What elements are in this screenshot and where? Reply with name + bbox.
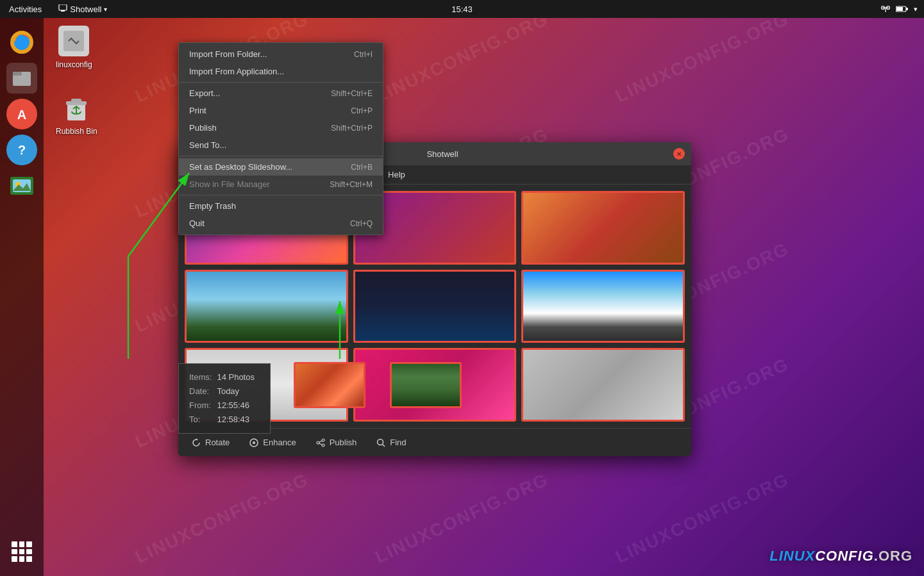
info-date-label: Date: <box>189 384 217 399</box>
desktop-icon-linuxconfig[interactable]: linuxconfig <box>56 24 92 69</box>
photo-thumb-extra-1[interactable] <box>294 362 365 408</box>
desktop-icon-rubbish-bin[interactable]: Rubbish Bin <box>56 91 97 136</box>
menu-separator-3 <box>179 195 383 195</box>
show-applications-button[interactable] <box>6 536 37 567</box>
info-to-value: 12:58:43 <box>217 413 260 427</box>
svg-rect-11 <box>906 8 908 10</box>
publish-button[interactable]: Publish <box>315 438 357 448</box>
menu-publish[interactable]: Publish Shift+Ctrl+P <box>179 119 383 136</box>
find-button[interactable]: Find <box>376 438 406 448</box>
rubbish-bin-label: Rubbish Bin <box>56 127 97 136</box>
svg-point-6 <box>887 7 889 8</box>
svg-rect-1 <box>61 10 65 12</box>
menu-print[interactable]: Print Ctrl+P <box>179 102 383 119</box>
photo-thumb-3[interactable] <box>521 191 685 265</box>
menu-import-folder[interactable]: Import From Folder... Ctrl+I <box>179 45 383 63</box>
linuxconfig-icon <box>57 24 90 58</box>
svg-text:?: ? <box>18 143 26 157</box>
dock-item-appstore[interactable]: A <box>6 99 37 129</box>
svg-line-37 <box>383 444 385 447</box>
photo-thumb-6[interactable] <box>521 270 685 343</box>
topbar-right-area: ▾ <box>880 5 924 13</box>
brand-org: .ORG <box>874 548 912 564</box>
system-clock: 15:43 <box>451 4 473 14</box>
window-close-button[interactable]: ✕ <box>673 148 685 160</box>
menu-empty-trash[interactable]: Empty Trash <box>179 197 383 215</box>
menu-send-to[interactable]: Send To... <box>179 136 383 154</box>
svg-line-35 <box>319 443 322 445</box>
menu-import-application[interactable]: Import From Application... <box>179 63 383 80</box>
rotate-icon <box>191 438 201 448</box>
info-date-value: Today <box>217 384 260 399</box>
enhance-icon <box>249 438 259 448</box>
rubbish-bin-icon <box>60 91 93 124</box>
find-icon <box>376 438 386 448</box>
info-panel: Items: 14 Photos Date: Today From: 12:55… <box>178 363 271 434</box>
brand-watermark: LINUXCONFIG.ORG <box>769 548 912 564</box>
linuxconfig-label: linuxconfig <box>56 60 92 69</box>
info-to-label: To: <box>189 413 217 427</box>
photo-thumb-9[interactable] <box>521 348 685 422</box>
brand-text: LINUX <box>769 548 815 564</box>
svg-line-34 <box>319 441 322 442</box>
topbar-app-label: Shotwell <box>70 4 101 14</box>
menu-show-file-manager: Show in File Manager Shift+Ctrl+M <box>179 176 383 193</box>
brand-config: CONFIG <box>815 548 874 564</box>
menu-quit[interactable]: Quit Ctrl+Q <box>179 215 383 232</box>
svg-rect-27 <box>71 99 81 103</box>
dock-item-help[interactable]: ? <box>6 135 37 165</box>
svg-point-33 <box>322 444 324 447</box>
rotate-button[interactable]: Rotate <box>191 438 230 448</box>
dock-item-shotwell[interactable] <box>6 170 37 201</box>
dock: A ? <box>0 18 44 576</box>
menu-help[interactable]: Help <box>382 167 412 182</box>
activities-button[interactable]: Activities <box>0 0 51 18</box>
svg-point-36 <box>378 439 383 445</box>
dock-item-firefox[interactable] <box>6 27 37 58</box>
svg-point-31 <box>317 441 319 444</box>
svg-rect-15 <box>13 72 22 76</box>
topbar-chevron-icon: ▾ <box>104 6 107 13</box>
info-from-label: From: <box>189 399 217 413</box>
svg-rect-10 <box>896 7 903 11</box>
svg-marker-28 <box>196 438 198 440</box>
svg-point-8 <box>885 11 886 12</box>
enhance-button[interactable]: Enhance <box>249 438 296 448</box>
info-items-label: Items: <box>189 370 217 384</box>
svg-text:A: A <box>17 108 26 122</box>
photo-thumb-4[interactable] <box>185 270 348 343</box>
info-from-value: 12:55:46 <box>217 399 260 413</box>
battery-icon <box>896 5 909 13</box>
menu-set-desktop-slideshow[interactable]: Set as Desktop Slideshow... Ctrl+B <box>179 158 383 176</box>
topbar-dropdown-icon[interactable]: ▾ <box>914 5 918 13</box>
photo-thumb-extra-2[interactable] <box>390 362 462 408</box>
file-dropdown-menu: Import From Folder... Ctrl+I Import From… <box>178 42 383 235</box>
topbar: Activities Shotwell ▾ 15:43 ▾ <box>0 0 924 18</box>
menu-export[interactable]: Export... Shift+Ctrl+E <box>179 85 383 102</box>
menu-separator-1 <box>179 82 383 83</box>
network-icon <box>880 5 891 13</box>
monitor-icon <box>58 4 67 14</box>
photo-thumb-5[interactable] <box>353 270 517 343</box>
menu-separator-2 <box>179 156 383 156</box>
info-items-value: 14 Photos <box>217 370 260 384</box>
svg-rect-0 <box>59 4 67 10</box>
svg-point-30 <box>253 441 255 444</box>
svg-point-32 <box>322 439 324 441</box>
publish-icon <box>315 438 326 448</box>
topbar-appname[interactable]: Shotwell ▾ <box>51 0 115 18</box>
dock-item-files[interactable] <box>6 63 37 94</box>
